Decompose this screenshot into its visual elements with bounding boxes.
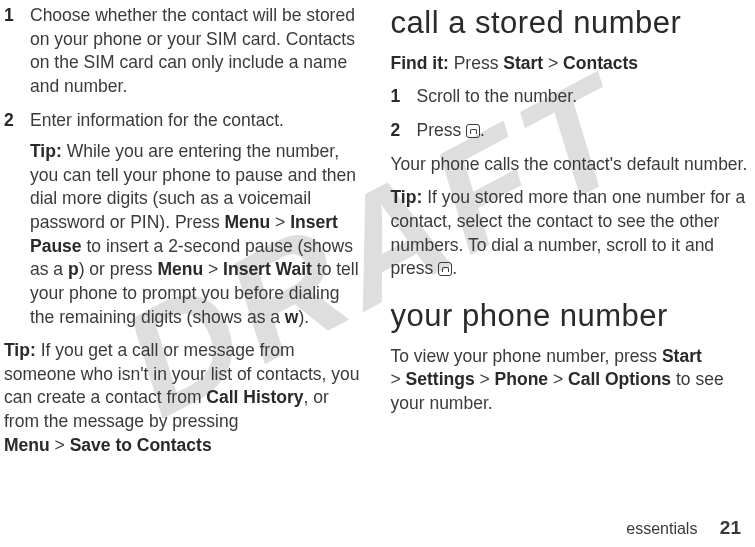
tip-label: Tip:	[391, 187, 423, 207]
text: .	[452, 258, 457, 278]
text: ).	[298, 307, 309, 327]
text: >	[203, 259, 223, 279]
step-number: 1	[391, 85, 417, 109]
default-number-line: Your phone calls the contact's default n…	[391, 153, 750, 177]
footer-page-number: 21	[720, 517, 741, 538]
step-body: Scroll to the number.	[417, 85, 750, 109]
find-it-line: Find it: Press Start > Contacts	[391, 52, 750, 76]
left-column: 1 Choose whether the contact will be sto…	[4, 4, 365, 547]
text: .	[480, 120, 485, 140]
step-lead: Enter information for the contact.	[30, 109, 363, 133]
menu-label: Menu	[4, 435, 50, 455]
step-tip: Tip: While you are entering the number, …	[30, 140, 363, 329]
text: >	[391, 369, 406, 389]
call-history-label: Call History	[206, 387, 303, 407]
text: Press	[449, 53, 503, 73]
text: >	[270, 212, 290, 232]
step-1: 1 Choose whether the contact will be sto…	[4, 4, 363, 99]
text: >	[475, 369, 495, 389]
call-step-1: 1 Scroll to the number.	[391, 85, 750, 109]
tip-label: Tip:	[30, 141, 62, 161]
insert-wait-label: Insert Wait	[223, 259, 312, 279]
step-body: Enter information for the contact. Tip: …	[30, 109, 363, 330]
step-body: Choose whether the contact will be store…	[30, 4, 363, 99]
w-char: w	[285, 307, 299, 327]
heading-call-stored: call a stored number	[391, 2, 750, 44]
menu-label: Menu	[225, 212, 271, 232]
tip-label: Tip:	[4, 340, 36, 360]
text: To view your phone number, press	[391, 346, 662, 366]
right-column: call a stored number Find it: Press Star…	[389, 4, 750, 547]
find-it-label: Find it:	[391, 53, 449, 73]
call-key-icon	[466, 124, 480, 138]
phone-label: Phone	[495, 369, 548, 389]
page-footer: essentials 21	[626, 517, 741, 539]
text: >	[50, 435, 70, 455]
call-key-icon	[438, 262, 452, 276]
start-label: Start	[503, 53, 543, 73]
view-number-paragraph: To view your phone number, press Start >…	[391, 345, 750, 416]
call-step-2: 2 Press .	[391, 119, 750, 143]
footer-section: essentials	[626, 520, 697, 537]
text: >	[548, 369, 568, 389]
contacts-label: Contacts	[563, 53, 638, 73]
p-char: p	[68, 259, 79, 279]
text: >	[543, 53, 563, 73]
text: Press	[417, 120, 467, 140]
step-number: 2	[391, 119, 417, 143]
step-number: 1	[4, 4, 30, 99]
text: ) or press	[79, 259, 158, 279]
call-options-label: Call Options	[568, 369, 671, 389]
settings-label: Settings	[406, 369, 475, 389]
step-body: Press .	[417, 119, 750, 143]
tip-paragraph: Tip: If you stored more than one number …	[391, 186, 750, 281]
heading-your-number: your phone number	[391, 295, 750, 337]
step-number: 2	[4, 109, 30, 330]
tip-paragraph: Tip: If you get a call or message from s…	[4, 339, 363, 457]
start-label: Start	[662, 346, 702, 366]
page-content: 1 Choose whether the contact will be sto…	[0, 0, 755, 547]
save-to-contacts-label: Save to Contacts	[70, 435, 212, 455]
menu-label: Menu	[157, 259, 203, 279]
step-2: 2 Enter information for the contact. Tip…	[4, 109, 363, 330]
